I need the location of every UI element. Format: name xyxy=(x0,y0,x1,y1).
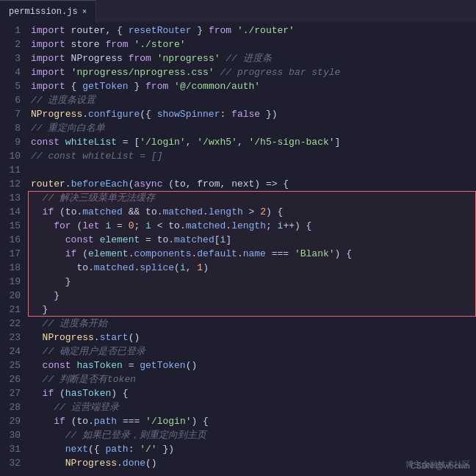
tab-bar: permission.js × xyxy=(0,0,476,22)
code-line-27: if (hasToken) { xyxy=(31,386,476,400)
code-line-14: if (to.matched && to.matched.length > 2)… xyxy=(31,205,476,219)
code-line-20: } xyxy=(31,289,476,303)
code-line-8: // 重定向白名单 xyxy=(31,121,476,135)
code-line-11 xyxy=(31,163,476,177)
code-line-9: const whiteList = ['/login', '/wxh5', '/… xyxy=(31,135,476,149)
code-line-21: } xyxy=(31,303,476,317)
code-line-24: // 确定用户是否已登录 xyxy=(31,345,476,358)
code-line-1: import router, { resetRouter } from './r… xyxy=(31,24,476,37)
code-line-22: // 进度条开始 xyxy=(31,317,476,331)
code-line-3: import NProgress from 'nprogress' // 进度条 xyxy=(31,51,476,65)
code-line-2: import store from './store' xyxy=(31,37,476,51)
code-line-18: to.matched.splice(i, 1) xyxy=(31,261,476,275)
code-line-25: const hasToken = getToken() xyxy=(31,358,476,372)
code-line-6: // 进度条设置 xyxy=(31,93,476,107)
code-line-30: // 如果已登录，则重定向到主页 xyxy=(31,428,476,442)
code-line-28: // 运营端登录 xyxy=(31,400,476,414)
line-numbers: 1 2 3 4 5 6 7 8 9 10 11 12 13 14 15 16 1… xyxy=(0,22,28,476)
tab-close-button[interactable]: × xyxy=(82,7,87,16)
tab-permission-js[interactable]: permission.js × xyxy=(0,0,96,22)
watermark-csdn: CSDN @wocwin xyxy=(411,461,470,470)
code-line-26: // 判断是否有token xyxy=(31,372,476,386)
code-content[interactable]: import router, { resetRouter } from './r… xyxy=(28,22,476,476)
code-line-19: } xyxy=(31,275,476,289)
code-line-17: if (element.components.default.name === … xyxy=(31,247,476,261)
code-line-7: NProgress.configure({ showSpinner: false… xyxy=(31,107,476,121)
code-line-10: // const whiteList = [] xyxy=(31,149,476,163)
code-line-13: // 解决三级菜单无法缓存 xyxy=(31,191,476,205)
code-line-31: next({ path: '/' }) xyxy=(31,442,476,456)
code-line-16: const element = to.matched[i] xyxy=(31,233,476,247)
code-line-23: NProgress.start() xyxy=(31,331,476,345)
tab-filename: permission.js xyxy=(9,7,78,17)
code-line-15: for (let i = 0; i < to.matched.length; i… xyxy=(31,219,476,233)
code-line-29: if (to.path === '/login') { xyxy=(31,414,476,428)
code-line-5: import { getToken } from '@/common/auth' xyxy=(31,79,476,93)
code-line-12: router.beforeEach(async (to, from, next)… xyxy=(31,177,476,191)
editor-area: 1 2 3 4 5 6 7 8 9 10 11 12 13 14 15 16 1… xyxy=(0,22,476,476)
code-line-4: import 'nprogress/nprogress.css' // prog… xyxy=(31,65,476,79)
